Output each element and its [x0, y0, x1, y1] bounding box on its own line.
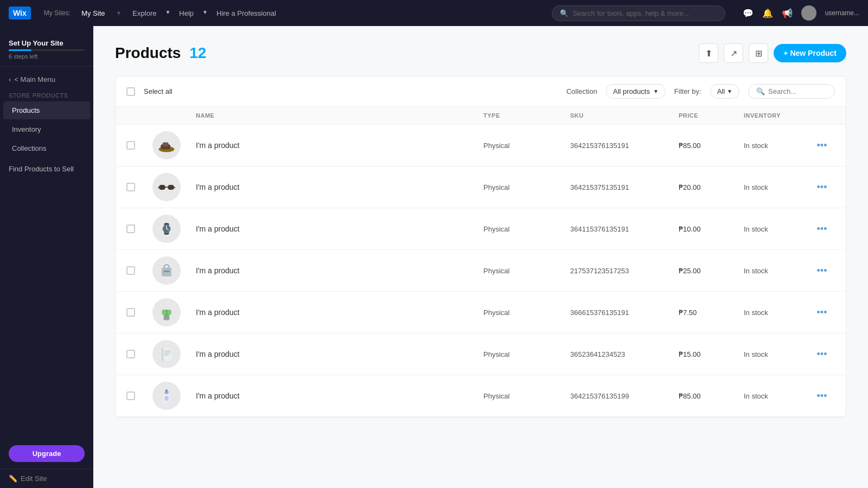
product-thumbnail[interactable]: [152, 256, 196, 285]
sidebar-item-inventory[interactable]: Inventory: [3, 120, 90, 138]
global-search-placeholder: Search for tools, apps, help & more...: [573, 9, 690, 17]
product-type: Physical: [483, 350, 570, 358]
row-more-button[interactable]: •••: [809, 349, 835, 360]
svg-point-16: [162, 310, 165, 316]
feedback-icon[interactable]: 📢: [782, 8, 793, 18]
collection-dropdown[interactable]: All products ▼: [606, 84, 666, 99]
back-icon: ‹: [9, 75, 11, 84]
product-price: ₱15.00: [679, 350, 744, 358]
row-checkbox[interactable]: [126, 391, 152, 400]
export-button[interactable]: ⬆: [699, 43, 718, 63]
product-thumbnail[interactable]: [152, 298, 196, 326]
product-thumbnail[interactable]: [152, 173, 196, 201]
site-name[interactable]: My Site: [81, 9, 105, 17]
chat-icon[interactable]: 💬: [743, 8, 754, 18]
products-label: Products: [12, 106, 40, 114]
product-thumbnail[interactable]: [152, 215, 196, 243]
explore-link[interactable]: Explore: [132, 9, 156, 17]
product-name[interactable]: I'm a product: [196, 224, 483, 233]
settings-icon: ⊞: [755, 48, 762, 59]
product-inventory: In stock: [744, 267, 809, 275]
nav-icons: 💬 🔔 📢 username...: [743, 5, 859, 21]
product-count: 12: [189, 44, 206, 61]
row-more-button[interactable]: •••: [809, 390, 835, 402]
upgrade-button[interactable]: Upgrade: [9, 445, 85, 462]
page-title-text: Products: [115, 44, 181, 61]
chevron-down-icon: ▼: [653, 88, 659, 94]
row-more-button[interactable]: •••: [809, 140, 835, 151]
svg-point-26: [164, 396, 168, 401]
bell-icon[interactable]: 🔔: [762, 8, 773, 18]
product-type: Physical: [483, 309, 570, 317]
collection-label: Collection: [566, 87, 597, 95]
col-image: [152, 112, 196, 119]
row-more-button[interactable]: •••: [809, 223, 835, 235]
product-name[interactable]: I'm a product: [196, 391, 483, 400]
find-products-label: Find Products to Sell: [9, 165, 74, 173]
help-link[interactable]: Help: [179, 9, 194, 17]
table-row: I'm a product Physical 217537123517253 ₱…: [116, 250, 846, 292]
row-checkbox[interactable]: [126, 266, 152, 275]
top-navigation: Wix My Sites: My Site ▼ Explore ▼ Help ▼…: [0, 0, 868, 26]
sidebar-item-collections[interactable]: Collections: [3, 139, 90, 157]
export-icon: ⬆: [705, 48, 712, 59]
product-inventory: In stock: [744, 225, 809, 233]
product-thumbnail[interactable]: [152, 340, 196, 368]
new-product-button[interactable]: + New Product: [774, 44, 846, 62]
svg-rect-13: [164, 271, 170, 272]
row-checkbox[interactable]: [126, 224, 152, 233]
main-menu-button[interactable]: ‹ < Main Menu: [0, 71, 93, 88]
product-name[interactable]: I'm a product: [196, 141, 483, 150]
find-products-link[interactable]: Find Products to Sell: [0, 160, 93, 178]
product-name[interactable]: I'm a product: [196, 183, 483, 191]
sidebar-item-products[interactable]: Products: [3, 101, 90, 119]
header-actions: ⬆ ↗ ⊞ + New Product: [699, 43, 846, 63]
col-type: TYPE: [483, 112, 570, 119]
share-button[interactable]: ↗: [724, 43, 743, 63]
row-checkbox[interactable]: [126, 308, 152, 317]
row-checkbox[interactable]: [126, 141, 152, 150]
row-more-button[interactable]: •••: [809, 182, 835, 193]
global-search[interactable]: 🔍 Search for tools, apps, help & more...: [552, 5, 725, 21]
product-thumbnail[interactable]: [152, 382, 196, 410]
product-price: ₱20.00: [679, 183, 744, 191]
share-icon: ↗: [730, 48, 737, 59]
filter-dropdown[interactable]: All ▼: [710, 84, 739, 99]
row-checkbox[interactable]: [126, 183, 152, 191]
edit-site-label: Edit Site: [21, 474, 47, 483]
svg-rect-3: [159, 185, 165, 189]
settings-button[interactable]: ⊞: [749, 43, 768, 63]
product-price: ₱85.00: [679, 142, 744, 150]
table-row: I'm a product Physical 366615376135191 ₱…: [116, 292, 846, 333]
sidebar: Set Up Your Site 6 steps left ‹ < Main M…: [0, 26, 93, 488]
main-menu-label: < Main Menu: [14, 75, 55, 84]
row-more-button[interactable]: •••: [809, 307, 835, 318]
edit-site-button[interactable]: ✏️ Edit Site: [0, 468, 93, 488]
main-layout: Set Up Your Site 6 steps left ‹ < Main M…: [0, 26, 868, 488]
product-name[interactable]: I'm a product: [196, 266, 483, 275]
svg-rect-2: [163, 143, 169, 146]
row-more-button[interactable]: •••: [809, 265, 835, 277]
product-type: Physical: [483, 183, 570, 191]
svg-rect-19: [162, 348, 164, 361]
page-title: Products 12: [115, 44, 206, 62]
setup-progress-bar-container: [9, 49, 85, 51]
product-price: ₱25.00: [679, 267, 744, 275]
avatar[interactable]: [801, 5, 816, 21]
product-name[interactable]: I'm a product: [196, 350, 483, 358]
row-checkbox[interactable]: [126, 350, 152, 358]
table-row: I'm a product Physical 364215376135199 ₱…: [116, 375, 846, 417]
select-all-checkbox[interactable]: [126, 87, 135, 96]
svg-rect-12: [162, 268, 171, 277]
product-rows: I'm a product Physical 364215376135191 ₱…: [116, 125, 846, 417]
wix-logo: Wix: [9, 7, 31, 20]
table-search[interactable]: 🔍: [748, 84, 835, 99]
product-thumbnail[interactable]: [152, 131, 196, 159]
product-type: Physical: [483, 267, 570, 275]
search-icon: 🔍: [756, 87, 765, 95]
search-input[interactable]: [768, 87, 827, 95]
product-name[interactable]: I'm a product: [196, 308, 483, 317]
product-sku: 364115376135191: [570, 225, 679, 233]
product-type: Physical: [483, 225, 570, 233]
hire-link[interactable]: Hire a Professional: [216, 9, 276, 17]
